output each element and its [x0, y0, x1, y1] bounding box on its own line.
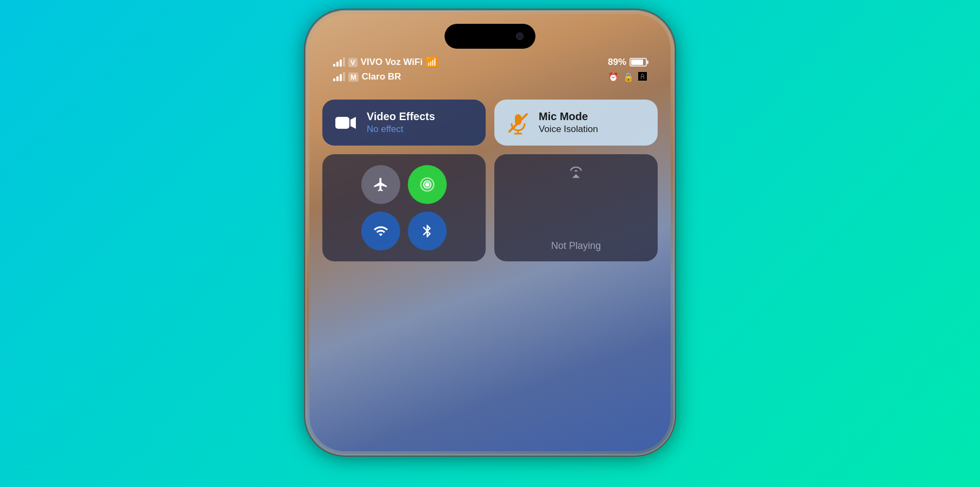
bluetooth-button[interactable]: [408, 212, 447, 251]
video-effects-subtitle: No effect: [367, 124, 435, 135]
bar4b: [343, 72, 345, 81]
status-bar: V VIVO Voz WiFi 📶 89%: [333, 56, 647, 85]
mic-mode-text: Mic Mode Voice Isolation: [539, 110, 598, 135]
bar1b: [333, 78, 335, 81]
video-effects-title: Video Effects: [367, 110, 435, 123]
airplay-icon: [568, 164, 584, 183]
battery-fill: [631, 60, 643, 65]
video-effects-text: Video Effects No effect: [367, 110, 435, 135]
now-playing-tile[interactable]: Not Playing: [494, 154, 658, 261]
cellular-data-button[interactable]: [408, 165, 447, 204]
status-left-1: V VIVO Voz WiFi 📶: [333, 56, 438, 68]
phone-wrapper: V VIVO Voz WiFi 📶 89%: [301, 11, 679, 476]
video-effects-icon: [334, 111, 358, 135]
carrier-badge-1: V: [348, 58, 357, 67]
status-right-1: 89%: [608, 57, 647, 68]
status-row-1: V VIVO Voz WiFi 📶 89%: [333, 56, 647, 68]
signal-bars-2: [333, 73, 345, 81]
mic-mode-icon: [506, 111, 530, 135]
status-row-2: M Claro BR ⏰ 🔒 🅰: [333, 71, 647, 82]
mic-mode-subtitle: Voice Isolation: [539, 124, 598, 135]
tiles-row-bottom: Not Playing: [322, 154, 658, 261]
connectivity-tile: [322, 154, 486, 261]
alarm-icon: ⏰: [608, 72, 619, 82]
camera-dot: [516, 32, 524, 40]
battery-percent: 89%: [608, 57, 626, 68]
carrier-badge-2: M: [348, 73, 359, 82]
video-effects-tile[interactable]: Video Effects No effect: [322, 100, 486, 146]
carrier-name-1: VIVO Voz WiFi: [361, 57, 423, 68]
mic-mode-title: Mic Mode: [539, 110, 598, 123]
bar1: [333, 64, 335, 67]
svg-point-5: [425, 182, 429, 187]
rotation-lock-icon: 🔒: [623, 72, 634, 82]
wifi-icon: 📶: [426, 56, 438, 68]
bar2: [336, 62, 339, 67]
bar3b: [340, 74, 342, 81]
svg-rect-0: [335, 117, 349, 129]
accessibility-icon: 🅰: [638, 72, 647, 82]
signal-bars-1: [333, 58, 345, 67]
battery-icon: [630, 58, 647, 67]
phone-screen: V VIVO Voz WiFi 📶 89%: [309, 14, 671, 451]
dynamic-island: [445, 24, 535, 49]
status-icons: ⏰ 🔒 🅰: [608, 72, 647, 82]
bar3: [340, 60, 342, 67]
airplane-mode-button[interactable]: [361, 165, 400, 204]
tiles-row-top: Video Effects No effect: [322, 100, 658, 146]
bar2b: [336, 76, 339, 81]
carrier-name-2: Claro BR: [362, 71, 401, 82]
not-playing-label: Not Playing: [551, 240, 601, 252]
control-center: Video Effects No effect: [322, 100, 658, 451]
battery-icon-container: [630, 58, 647, 67]
bar4: [343, 57, 345, 67]
status-left-2: M Claro BR: [333, 71, 401, 82]
mic-mode-tile[interactable]: Mic Mode Voice Isolation: [494, 100, 658, 146]
phone-frame: V VIVO Voz WiFi 📶 89%: [306, 11, 674, 455]
wifi-button[interactable]: [361, 212, 400, 251]
